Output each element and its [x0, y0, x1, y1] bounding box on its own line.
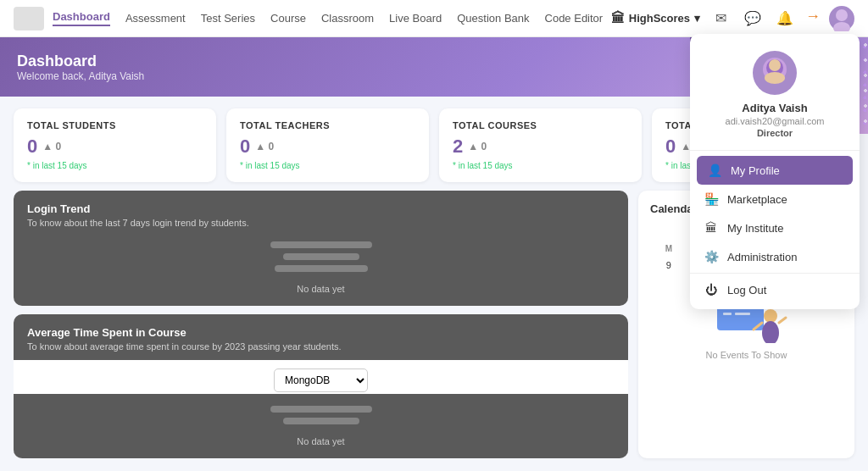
stat-label-teachers: TOTAL TEACHERS [240, 120, 415, 130]
avatar-icon [829, 6, 854, 31]
stat-label-students: TOTAL STUDENTS [27, 120, 203, 130]
avg-bar-1 [270, 406, 372, 413]
dropdown-divider [690, 273, 860, 274]
stat-note-courses: * in last 15 days [453, 161, 628, 170]
brand-name: HighScores [629, 12, 690, 25]
chat-icon[interactable]: 💬 [741, 7, 765, 30]
dropdown-avatar-icon [753, 51, 797, 95]
page-title: Dashboard [17, 53, 144, 70]
brand-button[interactable]: 🏛 HighScores ▾ [611, 11, 700, 26]
avg-time-no-data: No data yet [297, 436, 344, 446]
svg-rect-12 [723, 313, 732, 315]
nav-live-board[interactable]: Live Board [389, 12, 442, 25]
nav-links: Dashboard Assessment Test Series Course … [53, 10, 611, 26]
stat-card-courses: TOTAL COURSES 2 ▲ 0 * in last 15 days [439, 108, 642, 182]
marketplace-label: Marketplace [727, 193, 787, 206]
bar-1 [270, 241, 372, 248]
dropdown-item-logout[interactable]: ⏻ Log Out [690, 275, 860, 304]
stat-note-students: * in last 15 days [27, 161, 203, 170]
dropdown-item-administration[interactable]: ⚙️ Administration [690, 242, 860, 271]
dropdown-item-my-profile[interactable]: 👤 My Profile [697, 156, 853, 185]
user-dropdown-menu: Aditya Vaish adi.vaish20@gmail.com Direc… [690, 34, 860, 309]
nav-test-series[interactable]: Test Series [201, 12, 255, 25]
my-institute-icon: 🏛 [704, 221, 719, 235]
stat-label-courses: TOTAL COURSES [453, 120, 628, 130]
dropdown-items-list: 👤 My Profile 🏪 Marketplace 🏛 My Institut… [690, 151, 860, 309]
dropdown-item-my-institute[interactable]: 🏛 My Institute [690, 213, 860, 242]
my-institute-label: My Institute [727, 222, 783, 235]
user-avatar[interactable] [829, 6, 854, 31]
stat-note-teachers: * in last 15 days [240, 161, 415, 170]
nav-dashboard[interactable]: Dashboard [53, 10, 110, 26]
avg-bar-2 [283, 418, 359, 424]
dropdown-user-role: Director [757, 128, 793, 138]
left-panels: Login Trend To know about the last 7 day… [14, 191, 628, 458]
avg-time-title: Average Time Spent in Course [27, 326, 615, 339]
cal-day-9[interactable]: 9 [650, 257, 687, 274]
svg-point-1 [833, 22, 850, 31]
no-events-text: No Events To Show [650, 350, 843, 360]
logout-icon: ⏻ [704, 283, 719, 296]
nav-course[interactable]: Course [270, 12, 306, 25]
stat-value-students: 0 ▲ 0 [27, 136, 203, 158]
nav-classroom[interactable]: Classroom [321, 12, 374, 25]
svg-point-14 [764, 309, 777, 323]
stat-card-students: TOTAL STUDENTS 0 ▲ 0 * in last 15 days [14, 108, 216, 182]
administration-icon: ⚙️ [704, 250, 719, 263]
bar-2 [283, 253, 359, 260]
svg-point-23 [765, 72, 785, 84]
login-trend-subtitle: To know about the last 7 days login tren… [27, 218, 615, 228]
login-trend-body: No data yet [27, 241, 615, 294]
cal-header-m: M [650, 242, 687, 255]
my-profile-icon: 👤 [707, 163, 722, 177]
course-select[interactable]: MongoDBJavaScriptPython [274, 368, 368, 392]
dropdown-profile-section: Aditya Vaish adi.vaish20@gmail.com Direc… [690, 34, 860, 151]
svg-rect-13 [735, 313, 750, 315]
dropdown-user-email: adi.vaish20@gmail.com [726, 116, 825, 126]
topnav-right: 🏛 HighScores ▾ ✉ 💬 🔔 → [611, 6, 854, 31]
avg-time-panel: Average Time Spent in Course To know abo… [14, 314, 628, 458]
notification-icon[interactable]: 🔔 [773, 7, 797, 30]
stat-value-teachers: 0 ▲ 0 [240, 136, 415, 158]
app-logo [14, 7, 44, 30]
avg-time-chart-area: No data yet [14, 394, 628, 458]
svg-point-15 [762, 321, 779, 343]
marketplace-icon: 🏪 [704, 192, 719, 206]
dropdown-user-name: Aditya Vaish [742, 102, 807, 114]
profile-arrow: → [805, 8, 821, 25]
header-subtitle: Welcome back, Aditya Vaish [17, 70, 144, 82]
top-navigation: Dashboard Assessment Test Series Course … [0, 0, 868, 37]
course-select-row: MongoDBJavaScriptPython [27, 368, 615, 392]
svg-point-22 [769, 59, 781, 71]
login-trend-title: Login Trend [27, 202, 615, 215]
avg-time-subtitle: To know about average time spent in cour… [27, 341, 615, 352]
dropdown-item-marketplace[interactable]: 🏪 Marketplace [690, 185, 860, 213]
stat-value-courses: 2 ▲ 0 [453, 136, 628, 158]
svg-line-17 [779, 318, 786, 323]
nav-question-bank[interactable]: Question Bank [457, 12, 529, 25]
dropdown-avatar [753, 51, 797, 95]
stat-card-teachers: TOTAL TEACHERS 0 ▲ 0 * in last 15 days [226, 108, 429, 182]
nav-assessment[interactable]: Assessment [125, 12, 186, 25]
svg-point-0 [836, 9, 848, 21]
my-profile-label: My Profile [731, 164, 780, 177]
logout-label: Log Out [727, 284, 766, 296]
login-trend-no-data: No data yet [297, 284, 344, 294]
brand-icon: 🏛 [611, 11, 625, 26]
header-text: Dashboard Welcome back, Aditya Vaish [17, 53, 144, 82]
mail-icon[interactable]: ✉ [709, 7, 732, 30]
brand-dropdown-arrow: ▾ [694, 12, 700, 25]
login-trend-panel: Login Trend To know about the last 7 day… [14, 191, 628, 306]
nav-code-editor[interactable]: Code Editor [545, 12, 604, 25]
administration-label: Administration [727, 251, 797, 263]
bar-3 [275, 265, 368, 272]
